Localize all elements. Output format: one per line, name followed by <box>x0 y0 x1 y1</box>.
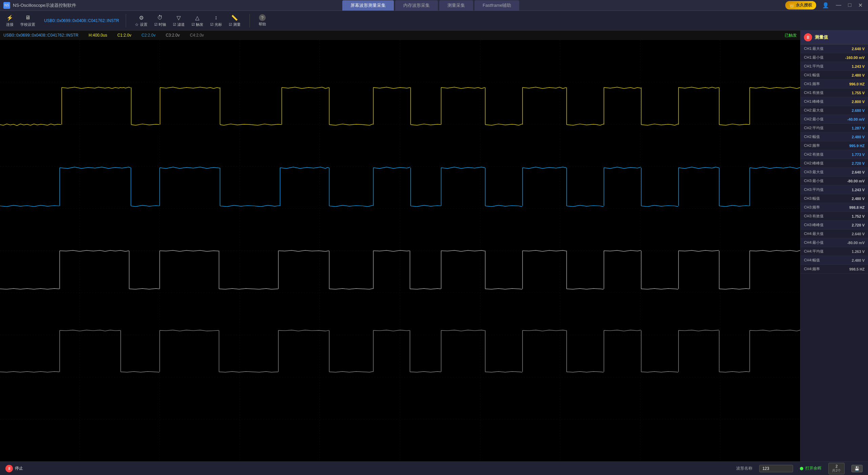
app-logo: NS <box>3 2 10 9</box>
measure-item-value: -160.00 mV <box>845 56 865 60</box>
save-button[interactable]: 💾 <box>851 465 863 472</box>
titlebar-right: 👑 永久授权 👤 — □ ✕ <box>785 1 865 9</box>
measure-item-label: CH1:最小值 <box>804 55 824 60</box>
bottom-bar: ⏸ 停止 波形名称 打开余晖 2 共2个 💾 <box>0 461 868 475</box>
frame-count-display: 2 共2个 <box>828 463 845 474</box>
measure-item-value: 1.243 V <box>852 188 865 192</box>
measure-item-label: CH3:有效值 <box>804 214 824 219</box>
vip-button[interactable]: 👑 永久授权 <box>785 1 816 9</box>
toolbar-filter[interactable]: ▽ ☑ 滤道 <box>171 13 187 28</box>
measurement-list: CH1:最大值2.640 VCH1:最小值-160.00 mVCH1:平均值1.… <box>801 44 868 461</box>
time-icon: ⏱ <box>156 14 164 21</box>
measure-item: CH1:最小值-160.00 mV <box>801 53 868 62</box>
tab-measure[interactable]: 测量采集 <box>439 0 473 11</box>
measure-item-label: CH1:幅值 <box>804 73 820 78</box>
toolbar-trigger[interactable]: △ ☑ 触发 <box>189 13 205 28</box>
maximize-button[interactable]: □ <box>846 1 853 9</box>
open-remainder-button[interactable]: 打开余晖 <box>800 466 822 471</box>
measure-item-value: 1.263 V <box>852 250 865 254</box>
measure-item-value: 998.8 HZ <box>849 205 865 210</box>
measurement-panel-title: 测量值 <box>815 34 828 40</box>
scope-header: USB0::0x0699::0x0408::C041762::INSTR H:4… <box>0 31 800 40</box>
toolbar-setup[interactable]: ⚙ ☆ 设置 <box>133 13 149 28</box>
measure-item: CH3:最大值2.640 V <box>801 168 868 177</box>
measure-label: ☑ 测量 <box>229 22 241 27</box>
ch4-scale: C4:2.0v <box>190 33 204 38</box>
wave-name-label: 波形名称 <box>736 466 752 471</box>
frame-count-unit: 共2个 <box>832 468 841 473</box>
measure-item-label: CH3:峰峰值 <box>804 222 824 227</box>
frame-count-number: 2 <box>832 464 841 468</box>
measure-item-label: CH4:最大值 <box>804 231 824 236</box>
measure-item-value: 2.800 V <box>852 100 865 104</box>
toolbar-cursor[interactable]: ↕ ☑ 光标 <box>208 13 224 28</box>
user-icon[interactable]: 👤 <box>820 1 831 9</box>
close-button[interactable]: ✕ <box>856 1 865 9</box>
setup-icon: ⚙ <box>138 14 145 21</box>
measure-item-label: CH4:最小值 <box>804 240 824 245</box>
stop-button-bottom[interactable]: ⏸ 停止 <box>5 465 23 472</box>
measure-item-value: 995.9 HZ <box>849 144 865 148</box>
measure-item: CH4:幅值2.480 V <box>801 256 868 265</box>
measurement-header: ⏸ 测量值 <box>801 31 868 44</box>
wave-name-input[interactable] <box>759 465 793 472</box>
measure-item: CH1:幅值2.480 V <box>801 71 868 80</box>
main-area: USB0::0x0699::0x0408::C041762::INSTR H:4… <box>0 31 868 461</box>
measure-item-label: CH1:峰峰值 <box>804 99 824 104</box>
measure-item: CH2:幅值2.480 V <box>801 133 868 141</box>
measure-item-value: 2.480 V <box>852 73 865 77</box>
toolbar-measure[interactable]: 📏 ☑ 测量 <box>227 13 243 28</box>
trigger-status: 已触发 <box>785 33 797 38</box>
titlebar-tabs: 屏幕波形测量采集 内存波形采集 测量采集 Fastframe辅助 <box>342 0 520 11</box>
toolbar-time[interactable]: ⏱ ☑ 时轴 <box>152 13 168 28</box>
trigger-icon: △ <box>194 14 201 21</box>
toolbar-group-controls: ⚙ ☆ 设置 ⏱ ☑ 时轴 ▽ ☑ 滤道 △ ☑ 触发 ↕ ☑ 光标 📏 ☑ 测… <box>133 13 242 28</box>
titlebar: NS NS-Oscilloscope示波器控制软件 屏幕波形测量采集 内存波形采… <box>0 0 868 11</box>
filter-icon: ▽ <box>175 14 182 21</box>
measure-item-value: 2.680 V <box>852 108 865 113</box>
scope-svg <box>0 40 800 461</box>
measure-item-label: CH4:幅值 <box>804 258 820 263</box>
toolbar-connect[interactable]: ⚡ 连接 <box>4 13 16 28</box>
measure-item: CH1:峰峰值2.800 V <box>801 97 868 106</box>
measure-item: CH4:平均值1.263 V <box>801 247 868 256</box>
measure-item-label: CH1:最大值 <box>804 46 824 51</box>
measure-item: CH1:有效值1.755 V <box>801 88 868 97</box>
time-label: ☑ 时轴 <box>154 22 166 27</box>
remainder-dot-icon <box>800 467 803 470</box>
measure-item-value: -80.00 mV <box>847 179 865 183</box>
right-panel: ⏸ 测量值 CH1:最大值2.640 VCH1:最小值-160.00 mVCH1… <box>800 31 868 461</box>
measure-item: CH3:幅值2.480 V <box>801 194 868 203</box>
ch2-scale: C2:2.0v <box>142 33 156 38</box>
measure-item: CH2:最小值-40.00 mV <box>801 115 868 124</box>
tab-memory[interactable]: 内存波形采集 <box>395 0 438 11</box>
measure-item: CH2:最大值2.680 V <box>801 106 868 115</box>
measure-item-value: 996.0 HZ <box>849 82 865 86</box>
measure-item-label: CH2:峰峰值 <box>804 161 824 166</box>
measure-item-label: CH2:有效值 <box>804 152 824 157</box>
toolbar-help[interactable]: ? 帮助 <box>257 13 268 28</box>
crown-icon: 👑 <box>789 3 794 8</box>
minimize-button[interactable]: — <box>834 1 843 9</box>
measure-item-value: 2.480 V <box>852 258 865 262</box>
ch3-scale: C3:2.0v <box>166 33 180 38</box>
stop-icon: ⏸ <box>5 465 13 472</box>
titlebar-left: NS NS-Oscilloscope示波器控制软件 <box>3 2 76 9</box>
measure-item-value: -40.00 mV <box>847 117 865 121</box>
measure-item-value: 2.720 V <box>852 223 865 227</box>
scope-address: USB0::0x0699::0x0408::C041762::INSTR <box>3 33 78 38</box>
measure-item: CH1:最大值2.640 V <box>801 44 868 53</box>
measure-item-label: CH2:幅值 <box>804 134 820 139</box>
measure-icon: 📏 <box>231 14 238 21</box>
stop-button-top[interactable]: ⏸ <box>804 33 812 41</box>
measure-item: CH2:频率995.9 HZ <box>801 141 868 150</box>
filter-label: ☑ 滤道 <box>173 22 185 27</box>
tab-screen[interactable]: 屏幕波形测量采集 <box>342 0 394 11</box>
scope-area: USB0::0x0699::0x0408::C041762::INSTR H:4… <box>0 31 800 461</box>
measure-item: CH4:最小值-80.00 mV <box>801 238 868 247</box>
measure-item-label: CH3:幅值 <box>804 196 820 201</box>
tab-fastframe[interactable]: Fastframe辅助 <box>475 0 520 11</box>
toolbar-school-settings[interactable]: 🖥 学校设置 <box>18 13 37 28</box>
h-scale: H:400.0us <box>88 33 107 38</box>
measure-item-value: 2.640 V <box>852 232 865 236</box>
